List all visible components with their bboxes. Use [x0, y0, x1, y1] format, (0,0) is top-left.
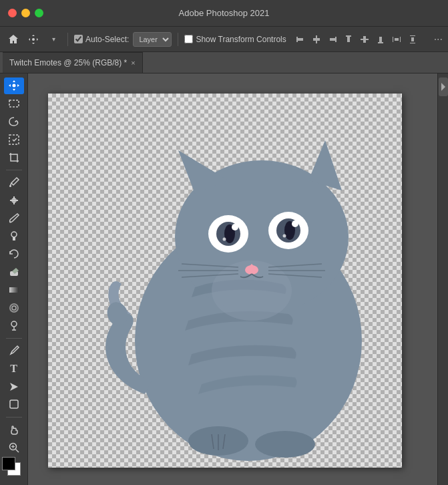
path-select-button[interactable]	[4, 378, 24, 395]
traffic-lights	[8, 9, 43, 17]
text-button[interactable]: T	[4, 360, 24, 377]
left-toolbar: T	[0, 73, 28, 485]
tool-sep-1	[6, 170, 22, 170]
svg-rect-6	[330, 38, 335, 41]
svg-rect-20	[9, 100, 19, 107]
svg-point-29	[10, 304, 18, 312]
close-button[interactable]	[8, 9, 17, 17]
svg-rect-16	[410, 35, 415, 36]
move-tool-icon[interactable]	[25, 31, 41, 47]
move-tool-arrow[interactable]: ▾	[45, 31, 61, 47]
toolbar: ▾ Auto-Select: Layer Show Transform Cont…	[0, 27, 448, 52]
more-options-icon[interactable]: ···	[434, 33, 443, 45]
gradient-button[interactable]	[4, 281, 24, 298]
svg-rect-13	[393, 37, 393, 42]
svg-point-25	[11, 232, 17, 237]
svg-point-24	[9, 221, 11, 222]
transform-controls-group: Show Transform Controls	[184, 35, 286, 44]
svg-rect-1	[296, 37, 298, 42]
svg-rect-21	[9, 135, 19, 144]
right-panel	[437, 73, 448, 485]
tab-bar: Twitch Emotes @ 25% (RGB/8) * ×	[0, 52, 448, 73]
panel-toggle-button[interactable]	[439, 77, 448, 96]
text-tool-icon: T	[10, 363, 17, 375]
tab-label: Twitch Emotes @ 25% (RGB/8) *	[9, 58, 127, 67]
svg-rect-5	[335, 37, 337, 42]
svg-rect-11	[378, 42, 383, 43]
eyedropper-button[interactable]	[4, 174, 24, 191]
svg-point-31	[11, 321, 17, 327]
align-top-icon[interactable]	[341, 32, 356, 47]
marquee-tool-button[interactable]	[4, 96, 24, 112]
separator-2	[178, 33, 178, 46]
svg-rect-8	[347, 37, 350, 42]
svg-rect-4	[313, 38, 320, 41]
eraser-button[interactable]	[4, 264, 24, 281]
svg-rect-32	[10, 400, 18, 408]
svg-rect-28	[9, 287, 19, 293]
tool-sep-3	[6, 417, 22, 418]
svg-rect-26	[13, 237, 15, 240]
auto-select-label: Auto-Select:	[85, 35, 129, 44]
svg-rect-12	[379, 37, 382, 42]
svg-point-19	[12, 84, 15, 88]
svg-rect-17	[410, 43, 415, 43]
canvas-document	[48, 94, 402, 468]
lasso-tool-button[interactable]	[4, 114, 24, 130]
distribute-h-icon[interactable]	[389, 32, 404, 47]
separator-1	[67, 33, 68, 46]
layer-select[interactable]: Layer	[133, 32, 172, 47]
svg-point-30	[12, 306, 16, 310]
blur-button[interactable]	[4, 299, 24, 316]
svg-point-59	[255, 431, 315, 458]
svg-rect-2	[298, 38, 303, 41]
svg-point-0	[32, 38, 35, 41]
title-bar: Adobe Photoshop 2021	[0, 0, 448, 27]
svg-point-47	[223, 238, 226, 241]
transform-controls-label: Show Transform Controls	[196, 35, 286, 44]
foreground-color-swatch[interactable]	[2, 457, 15, 470]
stamp-button[interactable]	[4, 228, 24, 245]
document-tab[interactable]: Twitch Emotes @ 25% (RGB/8) * ×	[3, 52, 143, 73]
svg-point-49	[283, 234, 286, 238]
distribute-v-icon[interactable]	[405, 32, 420, 47]
minimize-button[interactable]	[21, 9, 30, 17]
svg-rect-7	[346, 35, 351, 37]
shape-button[interactable]	[4, 396, 24, 413]
home-icon[interactable]	[5, 31, 21, 47]
color-swatches[interactable]	[2, 457, 26, 477]
align-center-h-icon[interactable]	[309, 32, 324, 47]
move-tool-button[interactable]	[4, 77, 24, 94]
cat-illustration	[48, 94, 402, 468]
auto-select-checkbox[interactable]	[74, 35, 83, 43]
svg-point-51	[245, 265, 258, 275]
transform-controls-checkbox[interactable]	[184, 35, 193, 43]
align-middle-icon[interactable]	[357, 32, 372, 47]
align-left-icon[interactable]	[293, 32, 308, 47]
maximize-button[interactable]	[35, 9, 43, 17]
svg-point-22	[9, 185, 11, 187]
main-area: T	[0, 73, 448, 485]
tool-sep-2	[6, 338, 22, 339]
pen-button[interactable]	[4, 343, 24, 359]
svg-rect-15	[395, 38, 399, 41]
align-bottom-icon[interactable]	[373, 32, 388, 47]
svg-point-46	[232, 224, 238, 230]
heal-button[interactable]	[4, 192, 24, 209]
tab-close-button[interactable]: ×	[131, 59, 135, 67]
history-brush-button[interactable]	[4, 246, 24, 263]
svg-rect-18	[411, 37, 414, 41]
svg-rect-10	[363, 36, 366, 43]
svg-rect-14	[400, 37, 401, 42]
svg-point-48	[292, 220, 298, 227]
dodge-button[interactable]	[4, 317, 24, 334]
zoom-button[interactable]	[4, 439, 24, 456]
hand-button[interactable]	[4, 422, 24, 438]
align-right-icon[interactable]	[325, 32, 340, 47]
app-title: Adobe Photoshop 2021	[179, 8, 270, 18]
object-select-button[interactable]	[4, 131, 24, 148]
canvas-wrapper	[48, 94, 431, 478]
crop-tool-button[interactable]	[4, 149, 24, 166]
auto-select-group: Auto-Select:	[74, 35, 129, 44]
brush-button[interactable]	[4, 210, 24, 226]
